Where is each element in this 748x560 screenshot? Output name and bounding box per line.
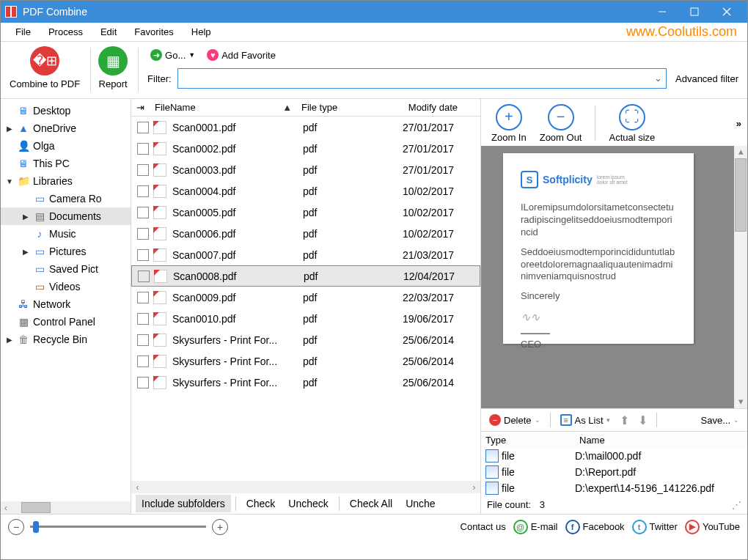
save-button[interactable]: Save... ⌄ [697,413,743,428]
checkbox[interactable] [137,122,149,133]
expand-icon[interactable]: ▶ [21,248,30,256]
checkbox[interactable] [137,334,149,346]
file-row[interactable]: Scan0007.pdfpdf21/03/2017 [131,244,480,265]
file-row[interactable]: Scan0009.pdfpdf22/03/2017 [131,287,480,308]
name-column[interactable]: Name [575,435,747,446]
file-row[interactable]: Scan0003.pdfpdf27/01/2017 [131,159,480,180]
zoom-in-button[interactable]: +Zoom In [487,103,531,144]
tree-item-music[interactable]: ♪Music [1,225,131,243]
move-down-button[interactable]: ⬇ [635,413,650,427]
folder-icon: ▦ [17,315,30,328]
expand-icon[interactable]: ▶ [5,125,14,133]
file-row[interactable]: Scan0004.pdfpdf10/02/2017 [131,180,480,202]
tree-item-recycle-bin[interactable]: ▶🗑Recycle Bin [1,331,131,348]
tree-item-olga[interactable]: 👤Olga [1,137,131,155]
tree-item-documents[interactable]: ▶▤Documents [1,207,131,225]
preview-vscroll[interactable]: ▴▾ [734,146,747,408]
resize-grip[interactable]: ⋰ [732,499,741,511]
uncheck-button[interactable]: Uncheck [282,495,334,512]
checkbox[interactable] [137,207,149,218]
overflow-button[interactable]: » [736,118,741,129]
file-row[interactable]: Scan0008.pdfpdf12/04/2017 [131,265,480,287]
filter-input[interactable] [177,68,667,89]
advanced-filter-link[interactable]: Advanced filter [672,73,741,84]
added-row[interactable]: fileD:\Report.pdf [481,464,747,480]
tree-item-camera-ro[interactable]: ▭Camera Ro [1,190,131,207]
expand-icon[interactable]: ▶ [5,336,14,344]
sidebar-hscroll[interactable]: ‹ [1,501,131,514]
checkbox[interactable] [137,313,149,325]
document-preview[interactable]: SSoftplicitylorem ipsumdolor sit amet IL… [481,146,734,408]
combine-to-pdf-button[interactable]: �⊞ Combine to PDF [7,45,83,91]
plus-icon: + [496,104,522,130]
checkbox[interactable] [137,355,149,367]
zoom-thumb[interactable] [33,521,39,533]
include-subfolders-toggle[interactable]: Include subfolders [136,495,231,512]
checkbox[interactable] [137,228,149,240]
uncheck-all-button[interactable]: Unche [400,495,441,512]
facebook-link[interactable]: fFacebook [565,520,625,534]
tree-item-control-panel[interactable]: ▦Control Panel [1,313,131,331]
brand-link[interactable]: www.Coolutils.com [626,24,741,40]
check-button[interactable]: Check [241,495,282,512]
file-row[interactable]: Skysurfers - Print For...pdf25/06/2014 [131,372,480,393]
tree-item-desktop[interactable]: 🖥Desktop [1,102,131,119]
file-row[interactable]: Skysurfers - Print For...pdf25/06/2014 [131,329,480,350]
checkbox[interactable] [137,292,149,303]
tree-item-libraries[interactable]: ▼📁Libraries [1,172,131,190]
zoom-out-button[interactable]: −Zoom Out [535,103,587,144]
expand-icon[interactable]: ▶ [21,213,30,221]
add-favorite-button[interactable]: ♥ Add Favorite [204,48,279,62]
added-row[interactable]: fileD:\mail000.pdf [481,448,747,464]
file-row[interactable]: Skysurfers - Print For...pdf25/06/2014 [131,350,480,372]
tree-item-onedrive[interactable]: ▶▲OneDrive [1,119,131,137]
tree-item-this-pc[interactable]: 🖥This PC [1,155,131,172]
menu-favorites[interactable]: Favorites [125,24,182,40]
zoom-minus-button[interactable]: − [8,519,24,535]
menu-edit[interactable]: Edit [92,24,125,40]
menu-help[interactable]: Help [183,24,220,40]
file-row[interactable]: Scan0005.pdfpdf10/02/2017 [131,202,480,223]
tree-item-saved-pict[interactable]: ▭Saved Pict [1,260,131,278]
filelist-hscroll[interactable]: ‹› [131,481,480,493]
delete-button[interactable]: −Delete ⌄ [485,412,544,428]
type-column[interactable]: Type [481,435,575,446]
menu-file[interactable]: File [7,24,40,40]
check-all-button[interactable]: Check All [344,495,398,512]
zoom-track[interactable] [30,526,206,528]
move-up-button[interactable]: ⬆ [617,413,632,427]
maximize-button[interactable] [678,1,711,23]
expand-icon[interactable]: ▼ [5,177,14,185]
goto-button[interactable]: ➜ Go...▼ [147,48,198,62]
pin-column[interactable]: ⇥ [131,100,150,114]
tree-item-videos[interactable]: ▭Videos [1,278,131,295]
report-button[interactable]: ▦ Report [95,45,131,91]
email-link[interactable]: @E-mail [513,520,558,534]
file-icon [485,449,499,463]
as-list-button[interactable]: ≡As List▾ [557,412,614,428]
checkbox[interactable] [137,164,149,176]
file-row[interactable]: Scan0001.pdfpdf27/01/2017 [131,117,480,138]
checkbox[interactable] [137,377,149,388]
file-row[interactable]: Scan0010.pdfpdf19/06/2017 [131,308,480,329]
checkbox[interactable] [138,270,150,282]
actual-size-button[interactable]: ⛶Actual size [604,103,659,144]
close-button[interactable] [711,1,743,23]
twitter-link[interactable]: tTwitter [632,520,678,534]
checkbox[interactable] [137,249,149,261]
file-list[interactable]: Scan0001.pdfpdf27/01/2017Scan0002.pdfpdf… [131,117,480,481]
menu-process[interactable]: Process [40,24,92,40]
youtube-link[interactable]: ▶YouTube [685,520,740,534]
tree-item-network[interactable]: 🖧Network [1,295,131,313]
file-row[interactable]: Scan0002.pdfpdf27/01/2017 [131,138,480,159]
added-row[interactable]: fileD:\expert\14-5196_141226.pdf [481,480,747,496]
checkbox[interactable] [137,143,149,155]
checkbox[interactable] [137,185,149,197]
minimize-button[interactable] [646,1,678,23]
zoom-plus-button[interactable]: + [212,519,228,535]
modify-column[interactable]: Modify date [367,100,463,114]
filename-column[interactable]: FileName▲ [150,100,297,114]
file-row[interactable]: Scan0006.pdfpdf10/02/2017 [131,223,480,244]
tree-item-pictures[interactable]: ▶▭Pictures [1,243,131,260]
filetype-column[interactable]: File type [297,100,367,114]
